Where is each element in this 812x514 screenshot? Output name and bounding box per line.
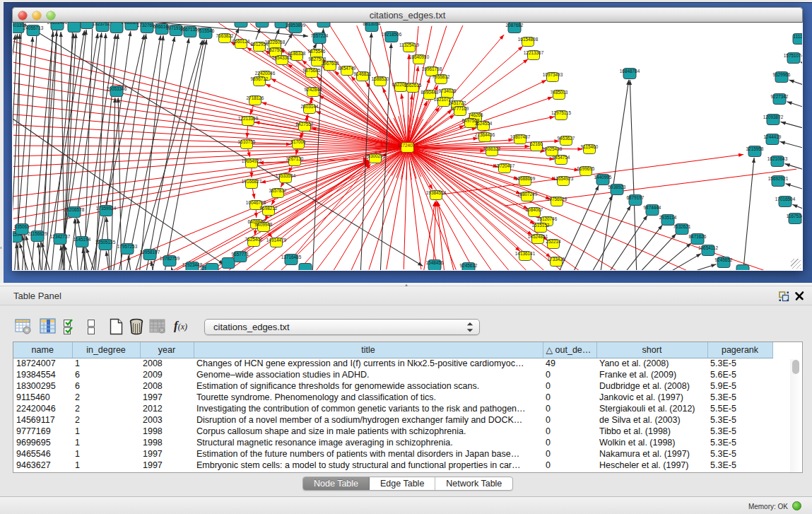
svg-text:1615152: 1615152 (532, 223, 550, 228)
svg-text:3267130: 3267130 (286, 156, 304, 161)
svg-text:12093872: 12093872 (763, 115, 784, 119)
svg-text:10958107: 10958107 (140, 250, 160, 255)
svg-text:835061: 835061 (14, 224, 30, 229)
svg-text:1548456: 1548456 (426, 260, 444, 265)
svg-text:7515546: 7515546 (197, 28, 215, 33)
svg-text:9698212: 9698212 (260, 206, 278, 211)
svg-text:9474444: 9474444 (644, 205, 661, 210)
svg-text:5938923: 5938923 (608, 185, 626, 189)
svg-text:25300293: 25300293 (365, 153, 386, 158)
svg-text:15692921: 15692921 (768, 176, 789, 181)
svg-text:3215958: 3215958 (746, 146, 764, 151)
svg-text:16210643: 16210643 (767, 156, 788, 161)
svg-text:9896712: 9896712 (251, 76, 269, 81)
svg-text:9463627: 9463627 (558, 136, 575, 141)
svg-text:15720407: 15720407 (495, 163, 515, 168)
svg-text:18807249: 18807249 (517, 192, 538, 197)
svg-text:2718126: 2718126 (247, 95, 264, 100)
svg-text:17359924: 17359924 (96, 206, 117, 211)
svg-text:9657771: 9657771 (232, 252, 249, 257)
svg-text:7485003: 7485003 (551, 90, 568, 95)
svg-text:9146821: 9146821 (354, 71, 372, 76)
svg-text:14524851: 14524851 (528, 234, 548, 239)
svg-text:18640910: 18640910 (409, 54, 430, 59)
svg-text:16543362: 16543362 (272, 55, 293, 60)
svg-text:14914479: 14914479 (266, 238, 287, 243)
svg-text:7632621: 7632621 (673, 224, 691, 229)
svg-text:8660124: 8660124 (233, 39, 250, 44)
svg-text:10973493: 10973493 (543, 72, 563, 77)
svg-text:9699695: 9699695 (577, 166, 595, 171)
svg-text:13654923: 13654923 (553, 176, 574, 181)
svg-text:18724007: 18724007 (397, 143, 418, 148)
svg-text:9875546: 9875546 (308, 49, 326, 54)
svg-text:817006: 817006 (290, 139, 306, 144)
svg-text:8990448: 8990448 (421, 90, 439, 95)
svg-text:6879197: 6879197 (627, 195, 645, 200)
svg-text:1244419: 1244419 (764, 134, 782, 139)
svg-text:10046708: 10046708 (246, 200, 266, 205)
svg-text:12975115: 12975115 (551, 110, 571, 115)
svg-text:22420046: 22420046 (255, 71, 276, 76)
svg-text:1145194: 1145194 (73, 237, 91, 242)
svg-text:1440995: 1440995 (594, 175, 612, 180)
svg-text:9115460: 9115460 (581, 144, 599, 149)
svg-text:20053346: 20053346 (107, 86, 127, 91)
svg-text:12213367: 12213367 (524, 50, 544, 55)
svg-text:2087682: 2087682 (506, 23, 524, 28)
svg-text:8454754: 8454754 (553, 155, 570, 160)
svg-text:9734028: 9734028 (439, 88, 457, 93)
svg-text:11123: 11123 (794, 34, 802, 39)
svg-text:17016504: 17016504 (775, 197, 796, 201)
svg-text:12505135: 12505135 (95, 240, 116, 245)
svg-text:9245632: 9245632 (460, 263, 478, 268)
svg-text:9245652: 9245652 (715, 257, 733, 262)
svg-text:746266: 746266 (468, 112, 483, 117)
svg-text:1610755: 1610755 (238, 139, 256, 144)
svg-text:16853809: 16853809 (286, 23, 306, 28)
svg-text:2935114: 2935114 (659, 215, 677, 220)
svg-text:7663822: 7663822 (216, 33, 234, 38)
svg-text:7386322: 7386322 (483, 146, 501, 151)
svg-text:10654112: 10654112 (698, 245, 718, 250)
svg-text:1733426: 1733426 (548, 257, 565, 262)
svg-text:13533594: 13533594 (276, 173, 296, 178)
svg-text:8427552: 8427552 (296, 122, 314, 127)
svg-text:3624554: 3624554 (475, 121, 493, 126)
svg-text:2803144: 2803144 (301, 104, 319, 109)
svg-text:10782759: 10782759 (160, 256, 180, 261)
svg-text:12213369: 12213369 (238, 116, 259, 121)
svg-text:7955812: 7955812 (433, 74, 450, 79)
svg-text:9875685: 9875685 (303, 68, 321, 73)
svg-text:9827509: 9827509 (267, 47, 285, 52)
svg-text:9409948: 9409948 (255, 222, 273, 227)
svg-text:16848784: 16848784 (620, 69, 640, 74)
svg-text:1588520: 1588520 (372, 76, 389, 81)
svg-text:9777169: 9777169 (452, 106, 469, 111)
svg-text:9227342: 9227342 (771, 94, 789, 99)
svg-text:3857832: 3857832 (269, 188, 287, 193)
svg-text:16120746: 16120746 (537, 216, 558, 221)
svg-text:12342737: 12342737 (50, 234, 71, 239)
svg-text:2967608: 2967608 (322, 61, 339, 66)
svg-text:62160: 62160 (530, 141, 543, 146)
svg-text:1167534: 1167534 (787, 214, 802, 218)
svg-text:17957253: 17957253 (117, 244, 138, 249)
svg-text:2451722: 2451722 (449, 100, 466, 105)
svg-text:18226058: 18226058 (265, 40, 286, 45)
svg-text:16154808: 16154808 (518, 37, 539, 42)
svg-text:19654922: 19654922 (242, 158, 262, 163)
svg-text:8471626: 8471626 (689, 234, 707, 239)
svg-text:16961758: 16961758 (422, 66, 442, 71)
svg-text:11325419: 11325419 (399, 42, 419, 47)
svg-text:18237528: 18237528 (93, 23, 113, 26)
svg-text:8454749: 8454749 (339, 66, 356, 71)
svg-text:9242848: 9242848 (305, 87, 322, 92)
svg-text:7625402: 7625402 (245, 237, 263, 242)
svg-text:10688609: 10688609 (515, 176, 536, 181)
svg-text:20691406: 20691406 (47, 23, 68, 25)
svg-text:9084067: 9084067 (526, 207, 543, 212)
svg-text:19166827: 19166827 (242, 179, 262, 184)
svg-text:21364436: 21364436 (475, 132, 495, 137)
svg-text:19218506: 19218506 (382, 32, 402, 37)
